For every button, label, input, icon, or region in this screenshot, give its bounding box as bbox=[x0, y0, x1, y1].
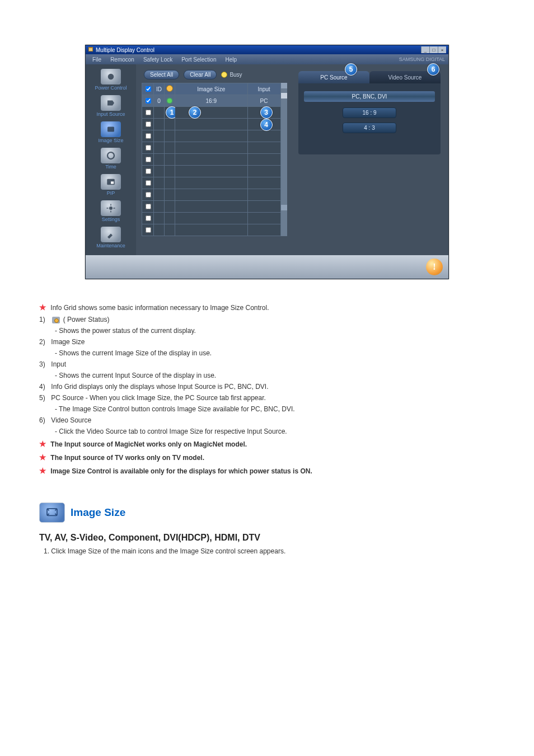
scroll-thumb[interactable] bbox=[281, 93, 287, 98]
section-title: Image Size bbox=[71, 506, 125, 519]
col-id: ID bbox=[154, 83, 165, 95]
sidebar-item-time[interactable]: Time bbox=[86, 147, 136, 171]
table-row bbox=[142, 177, 281, 189]
col-input: Input bbox=[247, 83, 280, 95]
row-checkbox[interactable] bbox=[146, 168, 151, 174]
table-row bbox=[142, 142, 281, 154]
callout-4: 4 bbox=[260, 119, 273, 131]
menu-port-selection[interactable]: Port Selection bbox=[178, 57, 219, 63]
table-row: 1 2 3 bbox=[142, 107, 281, 119]
window-icon bbox=[88, 46, 93, 53]
doc-item-3-sub: - Shows the current Input Source of the … bbox=[55, 370, 495, 381]
help-button[interactable]: ! bbox=[426, 259, 443, 275]
table-row: 4 bbox=[142, 119, 281, 130]
doc-item-4: 4) Info Grid displays only the displays … bbox=[39, 382, 495, 392]
cell-power bbox=[165, 95, 175, 107]
brand-label: SAMSUNG DIGITAL bbox=[399, 57, 445, 62]
doc-item-2-sub: - Shows the current Image Size of the di… bbox=[55, 348, 495, 358]
scroll-down-icon[interactable] bbox=[281, 205, 287, 210]
power-on-icon bbox=[167, 98, 172, 103]
sidebar-label: Maintenance bbox=[96, 243, 125, 248]
minimize-button[interactable]: _ bbox=[421, 46, 429, 53]
row-checkbox[interactable] bbox=[146, 133, 151, 139]
busy-indicator: Busy bbox=[221, 72, 242, 78]
doc-note-2: ★ The Input source of TV works only on T… bbox=[39, 452, 495, 463]
app-window: Multiple Display Control _ □ × File Remo… bbox=[85, 45, 449, 279]
doc-intro: ★ Info Grid shows some basic information… bbox=[39, 302, 495, 313]
sidebar-label: Input Source bbox=[96, 111, 125, 117]
callout-3: 3 bbox=[260, 106, 273, 119]
scrollbar[interactable] bbox=[281, 83, 287, 236]
callout-2: 2 bbox=[189, 106, 201, 119]
menu-remocon[interactable]: Remocon bbox=[107, 57, 138, 63]
doc-note-3: ★ Image Size Control is available only f… bbox=[39, 465, 495, 477]
settings-icon bbox=[101, 200, 121, 216]
cell-input: PC bbox=[247, 95, 280, 107]
menu-safety-lock[interactable]: Safety Lock bbox=[140, 57, 176, 63]
tab-label: PC Source bbox=[320, 74, 347, 81]
select-all-button[interactable]: Select All bbox=[144, 70, 179, 79]
busy-dot-icon bbox=[221, 72, 227, 78]
row-checkbox[interactable] bbox=[146, 121, 151, 127]
svg-rect-6 bbox=[111, 181, 114, 184]
star-icon: ★ bbox=[39, 439, 46, 448]
row-checkbox[interactable] bbox=[146, 192, 151, 198]
callout-6: 6 bbox=[427, 63, 439, 76]
sidebar-item-settings[interactable]: Settings bbox=[86, 199, 136, 223]
sidebar-label: Power Control bbox=[95, 85, 127, 91]
info-grid[interactable]: ID Image Size Input 0 16:9 PC bbox=[142, 83, 281, 236]
svg-rect-3 bbox=[107, 127, 114, 132]
svg-point-2 bbox=[108, 74, 114, 80]
col-power bbox=[165, 83, 175, 95]
scroll-up-icon[interactable] bbox=[281, 83, 287, 88]
close-button[interactable]: × bbox=[438, 46, 446, 53]
maximize-button[interactable]: □ bbox=[429, 46, 438, 53]
grid-toolbar: Select All Clear All Busy bbox=[142, 69, 287, 83]
tab-video-source[interactable]: 6 Video Source bbox=[369, 71, 441, 83]
sidebar-item-input-source[interactable]: Input Source bbox=[86, 94, 136, 118]
option-4-3-button[interactable]: 4 : 3 bbox=[343, 123, 396, 133]
table-row bbox=[142, 213, 281, 224]
power-header-icon bbox=[166, 85, 173, 92]
star-icon: ★ bbox=[39, 453, 46, 462]
sidebar-item-maintenance[interactable]: Maintenance bbox=[86, 226, 136, 250]
doc-item-5-sub: - The Image Size Control button controls… bbox=[55, 404, 495, 414]
clear-all-button[interactable]: Clear All bbox=[184, 70, 217, 79]
sidebar-item-image-size[interactable]: Image Size bbox=[86, 120, 136, 144]
table-row bbox=[142, 154, 281, 166]
menu-file[interactable]: File bbox=[89, 57, 105, 63]
tab-label: Video Source bbox=[388, 74, 422, 81]
time-icon bbox=[101, 148, 121, 163]
tab-pc-source[interactable]: 5 PC Source bbox=[298, 71, 369, 83]
row-checkbox[interactable] bbox=[146, 215, 151, 221]
sidebar: Power Control Input Source Image Size Ti… bbox=[86, 64, 136, 255]
row-checkbox[interactable] bbox=[146, 204, 151, 209]
image-size-icon bbox=[101, 121, 121, 137]
menu-help[interactable]: Help bbox=[222, 57, 240, 63]
sidebar-item-pip[interactable]: PIP bbox=[86, 173, 136, 197]
sidebar-item-power-control[interactable]: Power Control bbox=[86, 68, 136, 92]
col-checkbox[interactable] bbox=[142, 83, 154, 95]
row-checkbox[interactable] bbox=[146, 145, 151, 151]
option-16-9-button[interactable]: 16 : 9 bbox=[343, 107, 396, 118]
section-header-image-size: Image Size bbox=[39, 503, 495, 523]
window-title: Multiple Display Control bbox=[96, 47, 154, 53]
row-checkbox[interactable] bbox=[146, 98, 151, 104]
right-panel: 5 PC Source 6 Video Source PC, BNC, DVI … bbox=[287, 69, 448, 251]
table-row bbox=[142, 224, 281, 236]
menubar: File Remocon Safety Lock Port Selection … bbox=[86, 54, 448, 64]
svg-rect-1 bbox=[89, 48, 92, 51]
svg-point-7 bbox=[109, 206, 113, 210]
intro-text: Info Grid shows some basic information n… bbox=[50, 304, 269, 312]
doc-item-6-sub: - Click the Video Source tab to control … bbox=[55, 426, 495, 436]
sidebar-label: Time bbox=[105, 164, 116, 170]
row-checkbox[interactable] bbox=[146, 157, 151, 162]
row-checkbox[interactable] bbox=[146, 110, 151, 115]
row-checkbox[interactable] bbox=[146, 180, 151, 186]
doc-item-6: 6) Video Source bbox=[39, 415, 495, 425]
sidebar-label: Settings bbox=[102, 217, 120, 222]
row-checkbox[interactable] bbox=[146, 227, 151, 233]
table-row[interactable]: 0 16:9 PC bbox=[142, 95, 281, 107]
sub-heading: TV, AV, S-Video, Component, DVI(HDCP), H… bbox=[39, 533, 495, 543]
table-row bbox=[142, 130, 281, 142]
